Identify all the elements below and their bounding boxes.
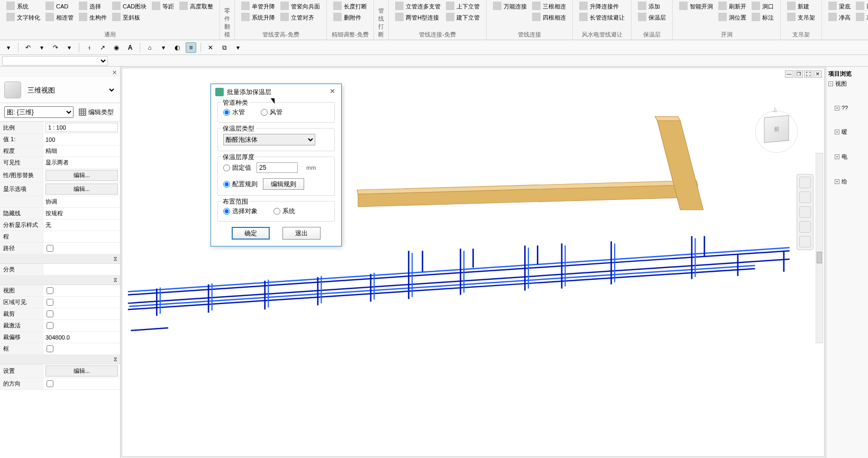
ribbon-button[interactable]: 系统升降: [239, 12, 277, 23]
property-checkbox[interactable]: [47, 299, 53, 306]
ribbon-button[interactable]: 高度取整: [177, 1, 215, 12]
tree-toggle-icon[interactable]: +: [835, 106, 839, 111]
property-value[interactable]: 编辑...: [43, 182, 120, 196]
insulation-type-select[interactable]: 酚醛泡沫体: [223, 134, 315, 145]
ribbon-button[interactable]: 四根相连: [530, 12, 568, 23]
property-checkbox[interactable]: [47, 380, 53, 387]
tree-item[interactable]: +电: [827, 152, 867, 162]
thin-lines-button[interactable]: ≡: [186, 42, 196, 53]
tree-item[interactable]: −视图: [827, 79, 867, 89]
measure-button[interactable]: ↗: [97, 42, 108, 53]
ribbon-button[interactable]: 标注: [750, 12, 776, 23]
ribbon-button[interactable]: 洞位置: [716, 12, 748, 23]
text-button[interactable]: A: [125, 42, 135, 53]
nav-orbit[interactable]: [799, 221, 811, 233]
nav-zoom[interactable]: [799, 206, 811, 218]
view-selector-dropdown[interactable]: 图: {三维}: [4, 106, 74, 118]
property-value[interactable]: [43, 122, 120, 133]
ribbon-button[interactable]: 至斜板: [110, 12, 149, 23]
ribbon-button[interactable]: 建下立管: [444, 12, 482, 23]
ribbon-button[interactable]: 生构件: [77, 12, 109, 23]
property-edit-button[interactable]: 编辑...: [45, 365, 118, 377]
qa-dropdown[interactable]: ▾: [3, 42, 14, 53]
tree-toggle-icon[interactable]: −: [828, 81, 833, 86]
property-value[interactable]: [43, 285, 120, 296]
ribbon-button[interactable]: 计算: [854, 1, 868, 12]
tree-toggle-icon[interactable]: +: [835, 130, 839, 134]
ribbon-button[interactable]: 长度打断: [331, 1, 369, 12]
ribbon-button[interactable]: 支吊架: [785, 12, 817, 23]
ribbon-button[interactable]: 管竖向共面: [278, 1, 322, 12]
section-expand-icon[interactable]: ⴵ: [114, 356, 117, 362]
tree-toggle-icon[interactable]: +: [835, 154, 839, 159]
ribbon-button[interactable]: 选择: [77, 1, 109, 12]
view-type-dropdown[interactable]: 三维视图: [25, 86, 116, 95]
property-text-input[interactable]: [45, 123, 118, 132]
thickness-input[interactable]: [257, 162, 298, 173]
viewcube[interactable]: 前 上: [745, 100, 808, 163]
align-button[interactable]: ⫞: [84, 42, 94, 53]
ribbon-button[interactable]: 两管H型连接: [393, 12, 443, 23]
property-checkbox[interactable]: [47, 345, 53, 352]
view3d-dd[interactable]: ▾: [158, 42, 169, 53]
section-expand-icon[interactable]: ⴵ: [114, 277, 117, 283]
property-value[interactable]: [43, 297, 120, 308]
property-value[interactable]: [43, 343, 120, 354]
viewport-vscrollbar[interactable]: [816, 153, 823, 343]
tree-item[interactable]: +??: [827, 104, 867, 112]
ribbon-button[interactable]: 单管升降: [239, 1, 277, 12]
ribbon-button[interactable]: 系统: [4, 1, 42, 12]
ribbon-button[interactable]: 梁底: [826, 1, 853, 12]
close-hidden-button[interactable]: ✕: [205, 42, 216, 53]
section-expand-icon[interactable]: ⴵ: [114, 256, 117, 262]
property-checkbox[interactable]: [47, 287, 53, 294]
redo-button[interactable]: ↷: [50, 42, 61, 53]
ribbon-button[interactable]: 保温层: [636, 12, 668, 23]
ribbon-button[interactable]: 上下立管: [444, 1, 482, 12]
switch-window-button[interactable]: ⧉: [219, 42, 230, 53]
undo-dd[interactable]: ▾: [36, 42, 47, 53]
radio-system[interactable]: 系统: [273, 207, 295, 216]
property-value[interactable]: [43, 308, 120, 319]
property-value[interactable]: 编辑...: [43, 364, 120, 378]
property-checkbox[interactable]: [47, 245, 53, 252]
ribbon-button[interactable]: 长管连续避让: [577, 12, 627, 23]
ribbon-button[interactable]: 洞口: [750, 1, 776, 12]
property-value[interactable]: 编辑...: [43, 169, 120, 182]
dialog-close-button[interactable]: ✕: [327, 87, 337, 97]
edit-rule-button[interactable]: 编辑规则: [263, 178, 304, 190]
type-filter-dropdown[interactable]: [2, 56, 108, 66]
switch-dd[interactable]: ▾: [233, 42, 243, 53]
property-edit-button[interactable]: 编辑...: [45, 184, 118, 195]
ribbon-button[interactable]: 升降连接件: [577, 1, 627, 12]
panel-close-button[interactable]: ✕: [111, 69, 118, 76]
ribbon-button[interactable]: 新建: [785, 1, 817, 12]
ribbon-button[interactable]: CAD图块: [110, 1, 149, 12]
nav-pan[interactable]: [799, 191, 811, 203]
ribbon-button[interactable]: 净高: [854, 12, 868, 23]
property-checkbox[interactable]: [47, 310, 53, 317]
dialog-titlebar[interactable]: 批量添加保温层 ✕: [211, 84, 341, 100]
ribbon-button[interactable]: 三根相连: [530, 1, 568, 12]
ok-button[interactable]: 确定: [232, 227, 270, 240]
radio-air-duct[interactable]: 风管: [261, 108, 282, 117]
tree-item[interactable]: +给: [827, 177, 867, 187]
ribbon-button[interactable]: 立管对齐: [278, 12, 322, 23]
ribbon-button[interactable]: 等距: [150, 1, 176, 12]
undo-button[interactable]: ↶: [23, 42, 33, 53]
ribbon-button[interactable]: 相连管: [43, 12, 76, 23]
ribbon-button[interactable]: 智能开洞: [677, 1, 715, 12]
cancel-button[interactable]: 退出: [282, 227, 321, 240]
tree-toggle-icon[interactable]: +: [835, 179, 839, 184]
edit-type-button[interactable]: 编辑类型: [77, 107, 116, 118]
ribbon-button[interactable]: CAD: [43, 1, 76, 12]
property-edit-button[interactable]: 编辑...: [45, 170, 118, 181]
nav-full-wheel[interactable]: [799, 177, 811, 188]
ribbon-button[interactable]: 添加: [636, 1, 668, 12]
property-checkbox[interactable]: [47, 322, 53, 329]
view3d-button[interactable]: ⌂: [144, 42, 155, 53]
ribbon-button[interactable]: 净高: [826, 12, 853, 23]
section-button[interactable]: ◐: [172, 42, 182, 53]
nav-look[interactable]: [799, 236, 811, 248]
radio-fixed-value[interactable]: 固定值: [223, 163, 251, 172]
